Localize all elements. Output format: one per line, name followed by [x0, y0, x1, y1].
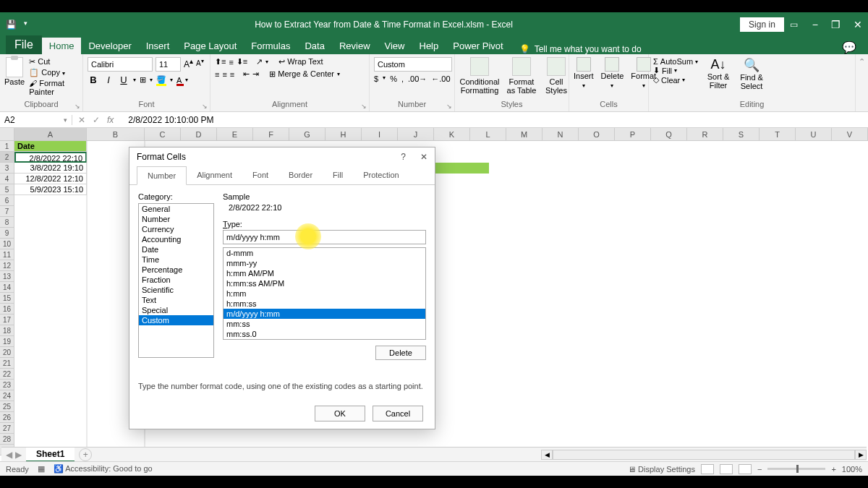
col-header[interactable]: U — [796, 128, 832, 141]
category-item[interactable]: Number — [139, 214, 213, 224]
sheet-tab-sheet1[interactable]: Sheet1 — [26, 448, 75, 462]
left-align-icon[interactable]: ≡ — [215, 70, 219, 79]
row-header[interactable]: 18 — [0, 325, 14, 336]
col-header[interactable]: J — [398, 128, 434, 141]
row-header[interactable]: 17 — [0, 314, 14, 325]
alignment-launcher-icon[interactable]: ↘ — [361, 103, 367, 110]
col-header[interactable]: E — [217, 128, 253, 141]
display-settings-button[interactable]: 🖥 Display Settings — [628, 465, 695, 474]
clipboard-launcher-icon[interactable]: ↘ — [75, 103, 80, 110]
row-header[interactable]: 4 — [0, 174, 14, 184]
category-item[interactable]: Special — [139, 305, 213, 315]
fill-color-icon[interactable]: 🪣 — [156, 75, 166, 85]
col-header[interactable]: F — [253, 128, 289, 141]
number-launcher-icon[interactable]: ↘ — [446, 103, 452, 110]
category-item[interactable]: Custom — [139, 315, 213, 325]
zoom-level[interactable]: 100% — [842, 465, 862, 474]
ribbon-display-icon[interactable]: ▭ — [790, 20, 798, 30]
row-header[interactable]: 20 — [0, 347, 14, 358]
col-header[interactable]: H — [326, 128, 362, 141]
col-header[interactable]: P — [615, 128, 651, 141]
decrease-decimal-icon[interactable]: ←.00 — [431, 74, 450, 83]
increase-decimal-icon[interactable]: .00→ — [408, 74, 427, 83]
zoom-in-icon[interactable]: + — [831, 465, 835, 474]
bold-button[interactable]: B — [88, 74, 99, 85]
col-header[interactable]: O — [579, 128, 615, 141]
decrease-font-icon[interactable]: A▾ — [196, 57, 204, 72]
tab-file[interactable]: File — [6, 35, 42, 54]
name-box[interactable]: A2▾ — [0, 115, 72, 125]
row-header[interactable]: 21 — [0, 358, 14, 369]
formula-value[interactable]: 2/8/2022 10:10:00 PM — [124, 115, 213, 125]
category-item[interactable]: Accounting — [139, 234, 213, 244]
row-header[interactable]: 7 — [0, 206, 14, 217]
type-item[interactable]: @ — [224, 339, 425, 340]
cell-a3[interactable]: 3/8/2022 19:10 — [14, 163, 87, 174]
category-item[interactable]: Date — [139, 244, 213, 254]
format-as-table-button[interactable]: Format as Table — [504, 57, 539, 95]
scroll-left-icon[interactable]: ◀ — [541, 450, 553, 460]
autosum-button[interactable]: Σ AutoSum ▾ — [653, 57, 698, 66]
row-header[interactable]: 3 — [0, 163, 14, 174]
row-header[interactable]: 13 — [0, 271, 14, 282]
tab-view[interactable]: View — [378, 38, 412, 54]
horizontal-scrollbar[interactable]: ◀ ▶ — [541, 450, 867, 460]
tab-review[interactable]: Review — [332, 38, 378, 54]
row-header[interactable]: 5 — [0, 184, 14, 195]
select-all-corner[interactable] — [0, 128, 14, 141]
center-align-icon[interactable]: ≡ — [222, 70, 226, 79]
tab-formulas[interactable]: Formulas — [244, 38, 297, 54]
row-header[interactable]: 2 — [0, 152, 14, 163]
delete-format-button[interactable]: Delete — [375, 346, 426, 360]
row-header[interactable]: 8 — [0, 217, 14, 228]
col-header[interactable]: G — [289, 128, 326, 141]
decrease-indent-icon[interactable]: ⇤ — [243, 69, 250, 79]
type-item[interactable]: h:mm AM/PM — [224, 268, 425, 278]
tellme-search[interactable]: 💡 Tell me what you want to do — [519, 44, 642, 54]
category-item[interactable]: Percentage — [139, 265, 213, 275]
bottom-align-icon[interactable]: ⬇≡ — [237, 57, 247, 67]
fx-icon[interactable]: fx — [107, 115, 114, 125]
zoom-slider[interactable] — [767, 468, 825, 470]
row-header[interactable]: 15 — [0, 293, 14, 304]
format-painter-button[interactable]: 🖌 Format Painter — [29, 79, 78, 96]
row-header[interactable]: 27 — [0, 423, 14, 434]
enter-formula-icon[interactable]: ✓ — [93, 115, 100, 125]
tab-insert[interactable]: Insert — [139, 38, 177, 54]
middle-align-icon[interactable]: ≡ — [229, 58, 233, 67]
underline-button[interactable]: U — [118, 74, 129, 85]
row-header[interactable]: 14 — [0, 282, 14, 293]
tab-help[interactable]: Help — [412, 38, 446, 54]
scroll-right-icon[interactable]: ▶ — [855, 450, 867, 460]
delete-button[interactable]: Delete▾ — [601, 57, 624, 89]
paste-button[interactable]: Paste — [4, 57, 25, 96]
page-layout-view-icon[interactable] — [720, 464, 733, 474]
category-item[interactable]: Time — [139, 254, 213, 265]
cell-a1[interactable]: Date — [14, 141, 87, 152]
type-item[interactable]: m/d/yyyy h:mm — [224, 309, 425, 319]
percent-icon[interactable]: % — [390, 74, 397, 83]
ok-button[interactable]: OK — [315, 406, 365, 421]
dialog-tab-fill[interactable]: Fill — [323, 166, 353, 184]
cell-a2[interactable]: 2/8/2022 22:10 — [14, 152, 87, 163]
type-item[interactable]: mm:ss — [224, 319, 425, 329]
col-header[interactable]: V — [832, 128, 868, 141]
col-header-a[interactable]: A — [14, 128, 87, 141]
type-item[interactable]: mm:ss.0 — [224, 329, 425, 339]
category-item[interactable]: Scientific — [139, 285, 213, 295]
row-header[interactable]: 28 — [0, 434, 14, 445]
row-header[interactable]: 12 — [0, 260, 14, 271]
row-header[interactable]: 25 — [0, 401, 14, 412]
signin-button[interactable]: Sign in — [740, 17, 784, 32]
col-header[interactable]: D — [181, 128, 217, 141]
save-icon[interactable]: 💾 — [6, 20, 17, 30]
tab-home[interactable]: Home — [42, 38, 82, 54]
row-header[interactable]: 23 — [0, 380, 14, 390]
row-header[interactable]: 11 — [0, 249, 14, 260]
right-align-icon[interactable]: ≡ — [230, 70, 234, 79]
type-input[interactable] — [223, 230, 426, 244]
font-launcher-icon[interactable]: ↘ — [202, 103, 208, 110]
col-header[interactable]: C — [145, 128, 181, 141]
share-icon[interactable]: 💬 — [842, 40, 856, 54]
col-header[interactable]: I — [362, 128, 398, 141]
